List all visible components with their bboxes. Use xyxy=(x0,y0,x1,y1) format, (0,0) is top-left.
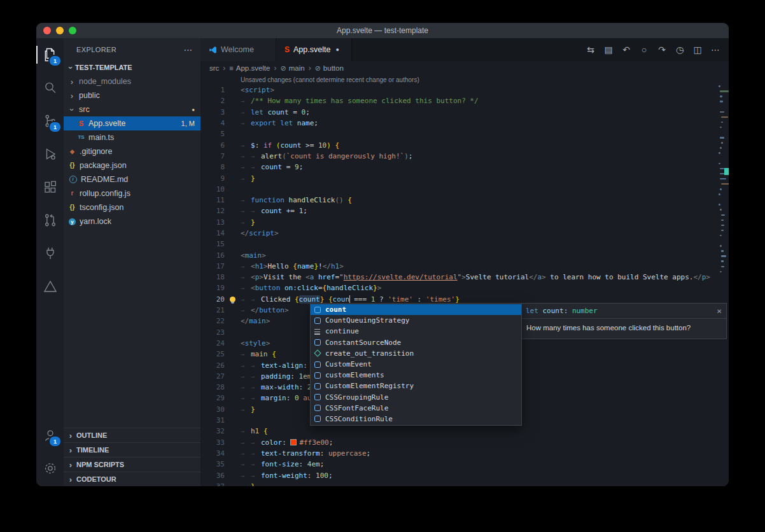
code-line[interactable]: 18→<p>Visit the <a href="https://svelte.… xyxy=(200,272,729,283)
lightbulb-icon[interactable] xyxy=(230,297,235,302)
code-line[interactable]: 1<script> xyxy=(200,85,729,95)
indent-marker: → xyxy=(241,197,251,204)
suggestion-constantsourcenode[interactable]: ConstantSourceNode xyxy=(311,337,521,348)
tab-welcome[interactable]: Welcome xyxy=(200,38,276,61)
settings-icon[interactable] xyxy=(36,452,64,485)
suggestion-customelements[interactable]: customElements xyxy=(311,370,521,381)
indent-marker: → xyxy=(241,395,251,402)
code-line[interactable]: 32→h1 { xyxy=(200,426,729,437)
close-window-button[interactable] xyxy=(43,27,51,34)
code-line[interactable]: 34→→text-transform: uppercase; xyxy=(200,448,729,459)
suggestion-create-out-transition[interactable]: create_out_transition xyxy=(311,348,521,359)
split-editor-icon[interactable]: ◫ xyxy=(689,41,706,58)
code-line[interactable]: 3→let count = 0; xyxy=(200,107,729,118)
code-line[interactable]: 11→function handleClick() { xyxy=(200,195,729,206)
file-row-rollup-config-js[interactable]: rrollup.config.js xyxy=(64,186,200,200)
line-number: 33 xyxy=(200,438,225,447)
file-label: App.svelte xyxy=(88,119,125,128)
breadcrumb-src[interactable]: src xyxy=(209,64,219,72)
sidebar-section-npm-scripts[interactable]: ›NPM SCRIPTS xyxy=(64,457,200,472)
file-row-public[interactable]: ›public xyxy=(64,88,200,102)
code-line[interactable]: 7→→alert(`count is dangerously high!`); xyxy=(200,151,729,162)
file-row-node-modules[interactable]: ›node_modules xyxy=(64,74,200,88)
ts-file-icon: TS xyxy=(76,135,86,140)
file-row-src[interactable]: ›src● xyxy=(64,102,200,116)
file-label: node_modules xyxy=(79,77,131,86)
code-line[interactable]: 6→$: if (count >= 10) { xyxy=(200,139,729,150)
more-actions-icon[interactable]: ⋯ xyxy=(184,45,193,55)
accounts-icon[interactable]: 1 xyxy=(36,419,64,452)
suggestion-cssgroupingrule[interactable]: CSSGroupingRule xyxy=(311,392,521,403)
rollup-file-icon: r xyxy=(67,190,77,197)
code-line[interactable]: 8→→count = 9; xyxy=(200,162,729,172)
github-pull-requests-icon[interactable] xyxy=(36,204,64,237)
code-line[interactable]: 4→export let name; xyxy=(200,118,729,129)
code-line[interactable]: 15 xyxy=(200,239,729,249)
file-row-readme-md[interactable]: iREADME.md xyxy=(64,172,200,186)
suggestion-customevent[interactable]: CustomEvent xyxy=(311,359,521,370)
code-line[interactable]: 35→→font-size: 4em; xyxy=(200,459,729,470)
code-line[interactable]: 9→} xyxy=(200,172,729,183)
extensions-icon[interactable] xyxy=(36,171,64,204)
file-history-icon[interactable]: ◷ xyxy=(671,41,688,58)
sidebar-section-outline[interactable]: ›OUTLINE xyxy=(64,428,200,442)
open-blame-icon[interactable]: ▤ xyxy=(600,41,617,58)
zoom-window-button[interactable] xyxy=(69,27,76,34)
suggestion-countqueuingstrategy[interactable]: CountQueuingStrategy xyxy=(311,315,521,326)
suggestion-continue[interactable]: continue xyxy=(311,326,521,337)
explorer-icon[interactable]: 1 xyxy=(36,38,64,71)
more-actions-icon[interactable]: ⋯ xyxy=(707,41,724,58)
line-number: 21 xyxy=(200,306,225,314)
editor-actions: ⇆▤↶○↷◷◫⋯ xyxy=(582,38,729,61)
codelens-link[interactable]: Unsaved changes (cannot determine recent… xyxy=(241,75,729,85)
code-line[interactable]: 13→} xyxy=(200,217,729,228)
code-line[interactable]: 5 xyxy=(200,129,729,139)
code-line[interactable]: 36→→font-weight: 100; xyxy=(200,470,729,480)
minimize-window-button[interactable] xyxy=(56,27,64,34)
close-icon[interactable]: × xyxy=(717,307,722,315)
titlebar[interactable]: App.svelte — test-template xyxy=(36,23,729,38)
code-line[interactable]: 37→} xyxy=(200,481,729,486)
file-row-app-svelte[interactable]: SApp.svelte1, M xyxy=(64,116,200,130)
code-line[interactable]: 16<main> xyxy=(200,249,729,260)
line-number: 19 xyxy=(200,284,225,292)
breadcrumb-app-svelte[interactable]: ≡App.svelte xyxy=(229,64,270,72)
sidebar-section-codetour[interactable]: ›CODETOUR xyxy=(64,472,200,486)
file-row-yarn-lock[interactable]: yyarn.lock xyxy=(64,214,200,228)
indent-marker: → xyxy=(251,472,261,479)
sidebar-section-timeline[interactable]: ›TIMELINE xyxy=(64,442,200,457)
previous-change-icon[interactable]: ↶ xyxy=(618,41,635,58)
run-and-debug-icon[interactable] xyxy=(36,137,64,171)
breadcrumb-button[interactable]: ⊘button xyxy=(315,64,344,72)
suggestion-count[interactable]: count xyxy=(311,304,521,315)
suggestion-customelementregistry[interactable]: CustomElementRegistry xyxy=(311,381,521,391)
breadcrumb-label: main xyxy=(289,64,305,72)
minimap[interactable] xyxy=(718,75,729,486)
code-line[interactable]: 33→→color: #ff3e00; xyxy=(200,437,729,448)
project-section-header[interactable]: › TEST-TEMPLATE xyxy=(64,60,200,74)
next-change-icon[interactable]: ↷ xyxy=(654,41,670,58)
indent-marker: → xyxy=(251,384,261,391)
file-row-gitignore[interactable]: ◆.gitignore xyxy=(64,144,200,158)
code-line[interactable]: 2→/** How many times has someone clicked… xyxy=(200,95,729,106)
file-row-package-json[interactable]: {}package.json xyxy=(64,158,200,172)
code-line[interactable]: 12→→count += 1; xyxy=(200,206,729,216)
azure-icon[interactable] xyxy=(36,270,64,303)
toggle-heatmap-icon[interactable]: ○ xyxy=(636,41,652,58)
color-swatch[interactable] xyxy=(290,439,297,445)
search-icon[interactable] xyxy=(36,71,64,104)
code-line[interactable]: 17→<h1>Hello {name}!</h1> xyxy=(200,261,729,272)
code-line[interactable]: 10 xyxy=(200,184,729,195)
code-line[interactable]: 19→<button on:click={handleClick}> xyxy=(200,283,729,293)
code-line[interactable]: 14</script> xyxy=(200,228,729,239)
source-control-icon[interactable]: 1 xyxy=(36,104,64,137)
tab-app-svelte[interactable]: SApp.svelte● xyxy=(276,38,352,61)
file-row-tsconfig-json[interactable]: {}tsconfig.json xyxy=(64,200,200,214)
file-row-main-ts[interactable]: TSmain.ts xyxy=(64,130,200,144)
breadcrumb-main[interactable]: ⊘main xyxy=(280,64,304,72)
open-changes-icon[interactable]: ⇆ xyxy=(582,41,599,58)
suggestion-cssfontfacerule[interactable]: CSSFontFaceRule xyxy=(311,403,521,414)
remote-explorer-icon[interactable] xyxy=(36,237,64,270)
tab-label: App.svelte xyxy=(293,45,330,54)
suggestion-cssconditionrule[interactable]: CSSConditionRule xyxy=(311,414,521,424)
